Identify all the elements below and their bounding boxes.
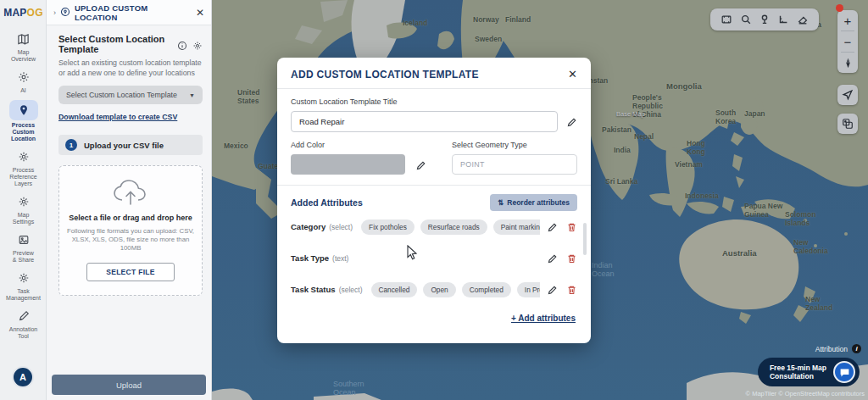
add-template-modal: ADD CUSTOM LOCATION TEMPLATE ✕ Custom Lo…	[277, 58, 591, 343]
task-gear-icon	[13, 269, 35, 286]
panel-header: › UPLOAD CUSTOM LOCATION ✕	[47, 0, 211, 25]
edit-title-pencil-icon[interactable]	[566, 116, 577, 127]
attribute-type: (select)	[339, 286, 363, 294]
user-avatar[interactable]: A	[12, 366, 34, 388]
option-chip[interactable]: Completed	[462, 282, 511, 297]
add-color-label: Add Color	[291, 141, 433, 149]
upload-button[interactable]: Upload	[52, 375, 206, 395]
template-title-row	[291, 111, 577, 132]
step-number-badge: 1	[65, 139, 77, 151]
sidebar-item-ai[interactable]: AI	[0, 69, 47, 94]
attribute-name: Task Status	[291, 285, 336, 294]
sidebar-item-process-reference-layers[interactable]: Process Reference Layers	[0, 148, 47, 187]
map-overview-icon	[13, 31, 35, 47]
sidebar-item-label: Annotation Tool	[9, 326, 37, 340]
option-chip[interactable]: In Progress	[517, 282, 540, 297]
panel-title: UPLOAD CUSTOM LOCATION	[75, 3, 192, 22]
template-section-header: Select Custom Location Template	[58, 34, 203, 54]
sidebar-item-label: Task Management	[6, 288, 41, 302]
app-logo: MAPOG	[0, 0, 47, 25]
edit-color-pencil-icon[interactable]	[415, 159, 426, 170]
dropzone-title: Select a file or drag and drop here	[66, 214, 195, 222]
modal-close-icon[interactable]: ✕	[568, 68, 577, 81]
sidebar-item-preview-share[interactable]: Preview & Share	[0, 231, 47, 264]
delete-attribute-trash-icon[interactable]	[566, 284, 577, 295]
preview-image-icon	[13, 231, 35, 248]
option-chips: Fix potholes Resurface roads Paint marki…	[361, 219, 540, 235]
geometry-column: Select Geometry Type POINT	[452, 141, 577, 175]
file-dropzone[interactable]: Select a file or drag and drop here Foll…	[58, 165, 203, 296]
chat-icon[interactable]	[833, 361, 855, 383]
divider	[277, 185, 591, 186]
attribute-row-category: Category (select) Fix potholes Resurface…	[291, 211, 577, 242]
row-actions	[540, 284, 577, 295]
download-template-link[interactable]: Download template to create CSV	[58, 113, 177, 121]
template-title-input[interactable]	[291, 111, 558, 132]
color-column: Add Color	[291, 141, 433, 175]
color-row	[291, 154, 433, 175]
row-actions	[540, 253, 577, 264]
sidebar-item-label: Process Custom Location	[11, 122, 36, 142]
collapse-chevron-icon[interactable]: ›	[53, 8, 56, 17]
delete-attribute-trash-icon[interactable]	[566, 221, 577, 232]
upload-cloud-icon	[112, 178, 149, 207]
row-actions	[540, 221, 577, 232]
panel-close-icon[interactable]: ✕	[196, 7, 204, 19]
upload-step-title: Upload your CSV file	[84, 141, 164, 150]
app-window: Iceland Norway Sweden Finland Russia Kaz…	[0, 0, 868, 400]
panel-body: Select Custom Location Template Select a…	[47, 25, 211, 296]
panel-pin-icon	[60, 5, 70, 20]
dropzone-hint: Following file formats you can upload: C…	[66, 227, 195, 253]
modal-body: Custom Location Template Title Add Color…	[277, 89, 591, 323]
attribute-row-task-type: Task Type (text)	[291, 242, 577, 274]
sidebar-item-label: Map Overview	[11, 49, 36, 63]
option-chip[interactable]: Cancelled	[371, 282, 418, 297]
mouse-cursor	[407, 245, 418, 264]
template-dropdown[interactable]: Select Custom Location Template ▼	[58, 86, 203, 104]
option-chip[interactable]: Fix potholes	[361, 219, 415, 235]
option-chip[interactable]: Resurface roads	[420, 219, 487, 235]
attribution-info-icon[interactable]: i	[852, 344, 861, 353]
option-chip[interactable]: Paint markings	[493, 219, 540, 235]
sidebar-item-map-settings[interactable]: Map Settings	[0, 193, 47, 225]
added-attributes-title: Added Attributes	[291, 197, 490, 208]
sidebar-item-map-overview[interactable]: Map Overview	[0, 31, 47, 63]
color-swatch[interactable]	[291, 154, 405, 175]
consultation-label: Free 15-min Map Consultation	[770, 364, 826, 381]
geometry-type-select[interactable]: POINT	[452, 154, 577, 175]
annotation-pen-icon	[13, 308, 35, 325]
consultation-button[interactable]: Free 15-min Map Consultation	[758, 358, 860, 386]
attribution-label: Attribution	[815, 345, 848, 353]
edit-attribute-pencil-icon[interactable]	[547, 284, 558, 295]
info-icon[interactable]	[177, 39, 187, 49]
sidebar: MAPOG Map Overview AI Process Custom Loc…	[0, 0, 47, 400]
attribute-name: Category	[291, 222, 326, 231]
template-dropdown-value: Select Custom Location Template	[66, 91, 184, 99]
add-attributes-link[interactable]: + Add attributes	[292, 314, 576, 323]
ai-icon	[13, 69, 35, 86]
reorder-attributes-button[interactable]: ⇅ Reorder attributes	[490, 194, 577, 211]
template-settings-gear-icon[interactable]	[192, 39, 203, 49]
delete-attribute-trash-icon[interactable]	[566, 253, 577, 264]
option-chips: Cancelled Open Completed In Progress	[371, 282, 541, 297]
modal-title: ADD CUSTOM LOCATION TEMPLATE	[291, 69, 568, 81]
settings-gear-icon	[13, 193, 35, 210]
attribute-type: (text)	[332, 254, 348, 263]
attribute-row-task-status: Task Status (select) Cancelled Open Comp…	[291, 274, 577, 305]
attribution-row: Attribution i	[815, 344, 861, 353]
sidebar-item-label: Preview & Share	[13, 250, 34, 264]
attribute-type: (select)	[329, 223, 353, 231]
edit-attribute-pencil-icon[interactable]	[547, 253, 558, 264]
notification-dot	[836, 4, 843, 12]
chevron-down-icon: ▼	[189, 92, 195, 98]
reorder-label: Reorder attributes	[507, 198, 570, 207]
edit-attribute-pencil-icon[interactable]	[547, 221, 558, 232]
select-file-button[interactable]: SELECT FILE	[86, 263, 175, 281]
option-chip[interactable]: Open	[423, 282, 455, 297]
sidebar-item-label: AI	[20, 87, 26, 94]
sidebar-item-task-management[interactable]: Task Management	[0, 269, 47, 302]
modal-scrollbar[interactable]	[583, 223, 587, 255]
sidebar-nav: Map Overview AI Process Custom Location …	[0, 31, 47, 340]
sidebar-item-process-custom-location[interactable]: Process Custom Location	[0, 100, 47, 142]
sidebar-item-annotation-tool[interactable]: Annotation Tool	[0, 308, 47, 340]
